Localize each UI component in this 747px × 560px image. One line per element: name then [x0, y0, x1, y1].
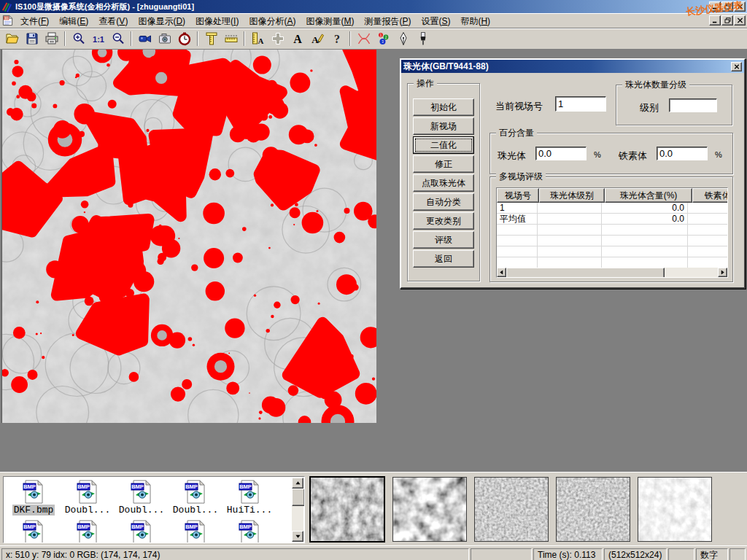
open-file-icon	[5, 31, 20, 46]
ferrite-unit: %	[715, 150, 722, 159]
file-item-clipped[interactable]: BMP	[169, 520, 222, 543]
table-cell	[497, 236, 538, 246]
thumb-1[interactable]	[309, 476, 385, 542]
scrollbar-track[interactable]	[665, 268, 718, 277]
text-label-button[interactable]: A	[288, 30, 306, 48]
file-item-clipped[interactable]: BMP	[7, 520, 61, 543]
close-button[interactable]	[734, 1, 746, 12]
table-row[interactable]	[497, 257, 727, 268]
minimize-button[interactable]	[709, 1, 721, 12]
restore-button[interactable]	[721, 1, 733, 12]
bmp-file-icon: BMP	[131, 480, 152, 505]
dialog-close-button[interactable]	[731, 62, 742, 71]
change-class-button[interactable]: 更改类别	[413, 212, 474, 230]
menu-image-display[interactable]: 图像显示(D)	[133, 15, 190, 28]
new-field-button[interactable]: 新视场	[413, 117, 474, 135]
vertical-caliper-button[interactable]	[202, 30, 220, 48]
initialize-button[interactable]: 初始化	[413, 98, 474, 116]
menu-view[interactable]: 查看(V)	[93, 15, 133, 28]
annotation-button[interactable]: A	[308, 30, 326, 48]
table-row[interactable]	[497, 236, 727, 246]
table-cell	[688, 236, 728, 246]
text-label-icon: A	[290, 31, 305, 46]
zoom-out-button[interactable]	[109, 30, 127, 48]
pick-pearlite-button[interactable]: 点取珠光体	[413, 174, 474, 192]
mdi-close-button[interactable]	[734, 15, 746, 26]
pen-button[interactable]	[394, 30, 412, 48]
file-list: BMPDKF.bmpBMPDoubl...BMPDoubl...BMPDoubl…	[3, 476, 305, 543]
table-header-col-3[interactable]: 铁素体含量(%)	[692, 188, 728, 203]
correct-button[interactable]: 修正	[413, 155, 474, 173]
horizontal-ruler-button[interactable]	[222, 30, 240, 48]
zoom-in-button[interactable]	[69, 30, 88, 48]
grid-cross-button[interactable]	[268, 30, 287, 48]
save-button[interactable]	[23, 30, 41, 48]
file-item[interactable]: BMPDoubl...	[169, 480, 222, 516]
scroll-right-button[interactable]	[718, 268, 727, 277]
svg-text:BMP: BMP	[77, 524, 90, 530]
timer-button[interactable]	[175, 30, 193, 48]
table-cell: 1	[497, 203, 538, 213]
table-row[interactable]	[497, 246, 727, 257]
mdi-minimize-button[interactable]	[709, 15, 721, 26]
menu-measure-report[interactable]: 测量报告(P)	[359, 15, 416, 28]
ferrite-percent-input[interactable]	[657, 147, 708, 160]
video-capture-button[interactable]	[136, 30, 154, 48]
thumb-5[interactable]	[638, 477, 712, 542]
mdi-restore-button[interactable]	[721, 15, 733, 26]
particle-count-button[interactable]: 123	[374, 30, 392, 48]
binarize-button[interactable]: 二值化	[413, 136, 474, 154]
menu-image-measure[interactable]: 图像测量(M)	[301, 15, 359, 28]
file-scrollbar-thumb[interactable]	[292, 489, 305, 506]
actual-size-button[interactable]: 1:1	[89, 30, 107, 48]
table-cell	[538, 225, 602, 235]
file-item-clipped[interactable]: BMP	[61, 520, 115, 543]
file-list-scrollbar[interactable]	[292, 478, 303, 542]
table-row[interactable]: 平均值0.0	[497, 214, 727, 225]
dialog-title-bar[interactable]: 珠光体(GB/T9441-88)	[401, 60, 744, 73]
camera-capture-button[interactable]	[155, 30, 174, 48]
menu-edit[interactable]: 编辑(E)	[54, 15, 93, 28]
thumb-4[interactable]	[556, 477, 630, 542]
menu-file[interactable]: 文件(F)	[15, 15, 54, 28]
print-button[interactable]	[42, 30, 61, 48]
pearlite-percent-input[interactable]	[535, 147, 587, 160]
curve-measure-button[interactable]	[355, 30, 373, 48]
current-field-input[interactable]	[555, 96, 606, 112]
menu-image-process[interactable]: 图像处理(I)	[190, 15, 244, 28]
table-row[interactable]: 10.0	[497, 203, 727, 214]
rate-button[interactable]: 评级	[413, 231, 474, 249]
file-item[interactable]: BMPHuiTi...	[222, 480, 276, 516]
menu-image-analysis[interactable]: 图像分析(A)	[244, 15, 301, 28]
table-header-col-2[interactable]: 珠光体含量(%)	[605, 188, 692, 203]
scroll-down-button[interactable]	[292, 531, 303, 542]
level-input[interactable]	[669, 98, 717, 112]
save-icon	[25, 31, 39, 46]
file-item-clipped[interactable]: BMP	[115, 520, 169, 543]
scroll-up-button[interactable]	[292, 478, 303, 489]
file-item-clipped[interactable]: BMP	[222, 520, 276, 543]
micrograph-image[interactable]	[1, 50, 376, 423]
table-header-col-0[interactable]: 视场号	[497, 188, 539, 203]
file-item[interactable]: BMPDoubl...	[115, 480, 169, 516]
table-header-col-1[interactable]: 珠光体级别	[539, 188, 605, 203]
return-button[interactable]: 返回	[413, 250, 474, 268]
scrollbar-thumb[interactable]	[506, 268, 665, 278]
file-name: Doubl...	[63, 505, 112, 516]
brush-button[interactable]	[414, 30, 432, 48]
help-button[interactable]: ?	[328, 30, 346, 48]
auto-classify-button[interactable]: 自动分类	[413, 193, 474, 211]
grid-cross-icon	[271, 31, 285, 46]
thumb-2[interactable]	[392, 477, 467, 542]
open-file-button[interactable]	[3, 30, 21, 48]
file-item[interactable]: BMPDoubl...	[61, 480, 115, 516]
thumb-3[interactable]	[474, 477, 549, 542]
document-icon[interactable]: DOC	[2, 15, 13, 26]
menu-settings[interactable]: 设置(S)	[416, 15, 455, 28]
calibration-ruler-button[interactable]: A	[249, 30, 267, 48]
scroll-left-button[interactable]	[497, 268, 506, 277]
file-item[interactable]: BMPDKF.bmp	[7, 480, 61, 516]
menu-help[interactable]: 帮助(H)	[455, 15, 495, 28]
table-horizontal-scrollbar[interactable]	[497, 268, 727, 277]
table-row[interactable]	[497, 225, 727, 236]
